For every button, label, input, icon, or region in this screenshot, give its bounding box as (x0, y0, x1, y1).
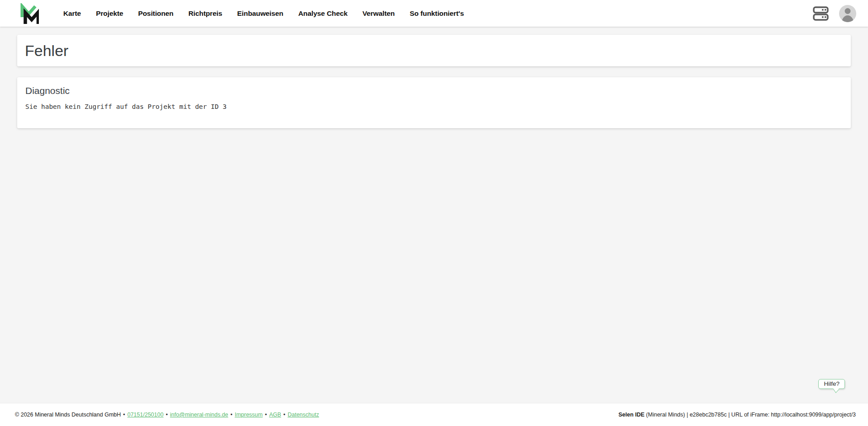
diagnostic-message: Sie haben kein Zugriff auf das Projekt m… (25, 103, 843, 111)
nav-item-positionen[interactable]: Positionen (138, 9, 174, 18)
top-navbar: Karte Projekte Positionen Richtpreis Ein… (0, 0, 868, 27)
page-title: Fehler (25, 41, 843, 60)
diagnostic-panel: Diagnostic Sie haben kein Zugriff auf da… (17, 77, 851, 128)
footer-link-agb[interactable]: AGB (269, 412, 281, 418)
server-icon[interactable] (813, 6, 829, 21)
nav-item-analyse-check[interactable]: Analyse Check (298, 9, 348, 18)
nav-item-karte[interactable]: Karte (63, 9, 81, 18)
diagnostic-heading: Diagnostic (25, 85, 843, 97)
main-content: Fehler Diagnostic Sie haben kein Zugriff… (0, 27, 868, 403)
ide-name: Selen IDE (618, 412, 645, 418)
footer-separator: • (123, 412, 125, 418)
footer-link-phone[interactable]: 07151/250100 (127, 412, 164, 418)
nav-item-richtpreis[interactable]: Richtpreis (189, 9, 222, 18)
nav-item-verwalten[interactable]: Verwalten (363, 9, 395, 18)
footer-separator: • (283, 412, 285, 418)
avatar-head-shape (845, 8, 851, 14)
navbar-right-icons (813, 5, 856, 22)
footer-separator: • (231, 412, 232, 418)
copyright-text: © 2026 Mineral Minds Deutschland GmbH (15, 412, 121, 418)
nav-item-so-funktionierts[interactable]: So funktioniert's (410, 9, 464, 18)
footer-separator: • (166, 412, 168, 418)
system-info-text: (Mineral Minds) | e28ebc2b785c | URL of … (645, 412, 856, 418)
page-footer: © 2026 Mineral Minds Deutschland GmbH • … (0, 403, 868, 426)
footer-left: © 2026 Mineral Minds Deutschland GmbH • … (15, 412, 319, 418)
avatar-shoulders-shape (842, 15, 854, 22)
footer-link-impressum[interactable]: Impressum (235, 412, 263, 418)
nav-item-projekte[interactable]: Projekte (96, 9, 123, 18)
user-avatar-icon[interactable] (839, 5, 856, 22)
footer-link-email[interactable]: info@mineral-minds.de (170, 412, 228, 418)
footer-link-datenschutz[interactable]: Datenschutz (288, 412, 319, 418)
mineral-minds-logo[interactable] (19, 3, 39, 24)
main-navigation: Karte Projekte Positionen Richtpreis Ein… (63, 9, 464, 18)
nav-item-einbauweisen[interactable]: Einbauweisen (237, 9, 283, 18)
footer-system-info: Selen IDE (Mineral Minds) | e28ebc2b785c… (618, 412, 856, 418)
help-button[interactable]: Hilfe? (818, 379, 845, 389)
footer-separator: • (265, 412, 267, 418)
error-panel: Fehler (17, 35, 851, 66)
